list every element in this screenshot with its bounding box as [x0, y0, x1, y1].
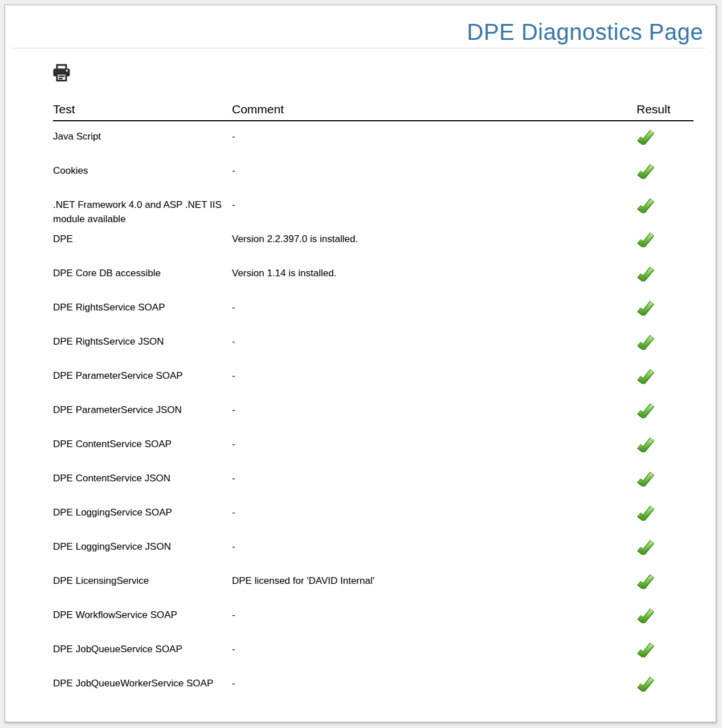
- test-name: DPE WorkflowService SOAP: [53, 608, 232, 622]
- result-cell: [637, 334, 694, 350]
- check-icon: [637, 129, 694, 145]
- result-cell: [637, 676, 694, 692]
- table-row: DPE LicensingService DPE licensed for 'D…: [53, 566, 694, 600]
- check-icon: [637, 505, 694, 521]
- result-cell: [637, 437, 694, 452]
- test-comment: Version 1.14 is installed.: [232, 266, 637, 280]
- check-icon: [637, 232, 694, 247]
- result-cell: [637, 642, 694, 657]
- check-icon: [637, 471, 694, 486]
- check-icon: [637, 266, 694, 281]
- table-row: DPE LoggingService JSON -: [53, 531, 694, 566]
- test-comment: -: [232, 471, 637, 485]
- diagnostics-table: Test Comment Result Java Script - Cookie…: [53, 103, 694, 702]
- test-name: DPE LoggingService JSON: [53, 539, 232, 554]
- column-header-comment: Comment: [232, 103, 637, 116]
- test-name: .NET Framework 4.0 and ASP .NET IIS modu…: [53, 198, 232, 226]
- result-cell: [637, 471, 694, 486]
- test-name: Cookies: [53, 163, 232, 178]
- test-comment: -: [232, 608, 637, 622]
- test-comment: -: [232, 505, 637, 520]
- test-comment: -: [232, 539, 637, 554]
- result-cell: [637, 163, 694, 179]
- test-comment: -: [232, 163, 637, 178]
- table-row: DPE WorkflowService SOAP -: [53, 600, 694, 634]
- test-comment: -: [232, 642, 637, 656]
- test-name: DPE ContentService JSON: [53, 471, 232, 485]
- check-icon: [637, 574, 694, 589]
- test-comment: -: [232, 437, 637, 451]
- check-icon: [637, 403, 694, 418]
- test-comment: Version 2.2.397.0 is installed.: [232, 232, 637, 246]
- test-name: DPE RightsService JSON: [53, 334, 232, 349]
- table-row: DPE Core DB accessible Version 1.14 is i…: [53, 258, 694, 292]
- test-name: DPE RightsService SOAP: [53, 300, 232, 314]
- table-header-row: Test Comment Result: [53, 103, 694, 121]
- table-row: DPE Version 2.2.397.0 is installed.: [53, 224, 694, 258]
- printer-icon: [53, 76, 70, 84]
- test-name: Java Script: [53, 129, 232, 144]
- check-icon: [637, 369, 694, 384]
- test-name: DPE LicensingService: [53, 574, 232, 588]
- check-icon: [637, 437, 694, 452]
- result-cell: [637, 300, 694, 316]
- check-icon: [637, 334, 694, 350]
- check-icon: [637, 163, 694, 179]
- result-cell: [637, 129, 694, 145]
- table-row: DPE JobQueueService SOAP -: [53, 634, 694, 668]
- test-name: DPE Core DB accessible: [53, 266, 232, 280]
- table-row: Java Script -: [53, 121, 694, 156]
- check-icon: [637, 198, 694, 213]
- test-comment: -: [232, 403, 637, 417]
- table-row: .NET Framework 4.0 and ASP .NET IIS modu…: [53, 190, 694, 224]
- table-row: Cookies -: [53, 156, 694, 190]
- result-cell: [637, 403, 694, 418]
- result-cell: [637, 266, 694, 281]
- check-icon: [637, 676, 694, 692]
- table-row: DPE ParameterService SOAP -: [53, 361, 694, 395]
- page: DPE Diagnostics Page Test Comment Result…: [5, 5, 716, 722]
- test-name: DPE ContentService SOAP: [53, 437, 232, 451]
- column-header-result: Result: [637, 103, 694, 116]
- table-row: DPE RightsService JSON -: [53, 326, 694, 361]
- result-cell: [637, 608, 694, 623]
- test-comment: -: [232, 676, 637, 690]
- test-name: DPE ParameterService SOAP: [53, 369, 232, 383]
- check-icon: [637, 539, 694, 555]
- test-comment: -: [232, 300, 637, 314]
- result-cell: [637, 198, 694, 213]
- result-cell: [637, 505, 694, 521]
- table-row: DPE JobQueueWorkerService SOAP -: [53, 668, 694, 702]
- test-comment: -: [232, 369, 637, 383]
- table-row: DPE RightsService SOAP -: [53, 292, 694, 326]
- test-comment: -: [232, 198, 637, 212]
- check-icon: [637, 300, 694, 316]
- result-cell: [637, 369, 694, 384]
- test-name: DPE JobQueueWorkerService SOAP: [53, 676, 232, 690]
- result-cell: [637, 539, 694, 555]
- test-comment: -: [232, 334, 637, 349]
- test-comment: DPE licensed for 'DAVID Internal': [232, 574, 637, 588]
- table-row: DPE ParameterService JSON -: [53, 395, 694, 429]
- page-title: DPE Diagnostics Page: [467, 19, 703, 45]
- result-cell: [637, 574, 694, 589]
- page-header: DPE Diagnostics Page: [14, 5, 705, 48]
- test-name: DPE JobQueueService SOAP: [53, 642, 232, 656]
- check-icon: [637, 608, 694, 623]
- test-comment: -: [232, 129, 637, 144]
- test-name: DPE ParameterService JSON: [53, 403, 232, 417]
- test-name: DPE LoggingService SOAP: [53, 505, 232, 520]
- print-button[interactable]: [53, 64, 70, 83]
- column-header-test: Test: [53, 103, 232, 116]
- table-row: DPE LoggingService SOAP -: [53, 497, 694, 531]
- table-row: DPE ContentService SOAP -: [53, 429, 694, 463]
- result-cell: [637, 232, 694, 247]
- test-name: DPE: [53, 232, 232, 246]
- check-icon: [637, 642, 694, 657]
- table-row: DPE ContentService JSON -: [53, 463, 694, 497]
- table-body: Java Script - Cookies - .NET Framework 4…: [53, 121, 694, 702]
